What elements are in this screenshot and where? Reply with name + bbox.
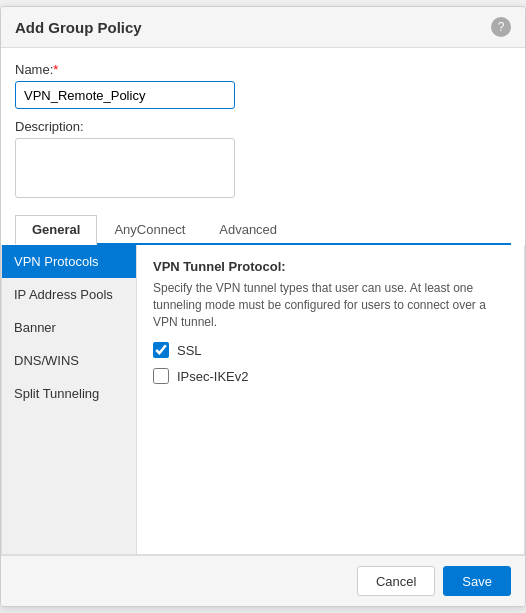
ssl-label[interactable]: SSL: [177, 343, 202, 358]
sidebar-item-dns-wins[interactable]: DNS/WINS: [2, 344, 136, 377]
ssl-checkbox[interactable]: [153, 342, 169, 358]
tabs-bar: General AnyConnect Advanced: [15, 215, 511, 245]
ipsec-ikev2-label[interactable]: IPsec-IKEv2: [177, 369, 249, 384]
main-content: VPN Tunnel Protocol: Specify the VPN tun…: [137, 245, 524, 554]
dialog-body: Name:* Description: General AnyConnect A…: [1, 48, 525, 245]
save-button[interactable]: Save: [443, 566, 511, 596]
dialog-header: Add Group Policy ?: [1, 7, 525, 48]
vpn-tunnel-protocol-description: Specify the VPN tunnel types that user c…: [153, 280, 508, 330]
ipsec-ikev2-checkbox[interactable]: [153, 368, 169, 384]
ipsec-ikev2-option-row: IPsec-IKEv2: [153, 368, 508, 384]
tab-advanced[interactable]: Advanced: [202, 215, 294, 245]
vpn-tunnel-protocol-title: VPN Tunnel Protocol:: [153, 259, 508, 274]
name-input[interactable]: [15, 81, 235, 109]
dialog-title: Add Group Policy: [15, 19, 142, 36]
dialog-footer: Cancel Save: [1, 555, 525, 606]
ssl-option-row: SSL: [153, 342, 508, 358]
required-marker: *: [53, 62, 58, 77]
sidebar-item-vpn-protocols[interactable]: VPN Protocols: [2, 245, 136, 278]
cancel-button[interactable]: Cancel: [357, 566, 435, 596]
tab-anyconnect[interactable]: AnyConnect: [97, 215, 202, 245]
add-group-policy-dialog: Add Group Policy ? Name:* Description: G…: [0, 6, 526, 607]
sidebar-item-ip-address-pools[interactable]: IP Address Pools: [2, 278, 136, 311]
sidebar: VPN Protocols IP Address Pools Banner DN…: [2, 245, 137, 554]
description-field-group: Description:: [15, 119, 511, 201]
name-field-group: Name:*: [15, 62, 511, 109]
tab-general[interactable]: General: [15, 215, 97, 245]
sidebar-item-split-tunneling[interactable]: Split Tunneling: [2, 377, 136, 410]
sidebar-item-banner[interactable]: Banner: [2, 311, 136, 344]
description-label: Description:: [15, 119, 511, 134]
description-input[interactable]: [15, 138, 235, 198]
name-label: Name:*: [15, 62, 511, 77]
help-icon[interactable]: ?: [491, 17, 511, 37]
tab-content: VPN Protocols IP Address Pools Banner DN…: [1, 245, 525, 555]
